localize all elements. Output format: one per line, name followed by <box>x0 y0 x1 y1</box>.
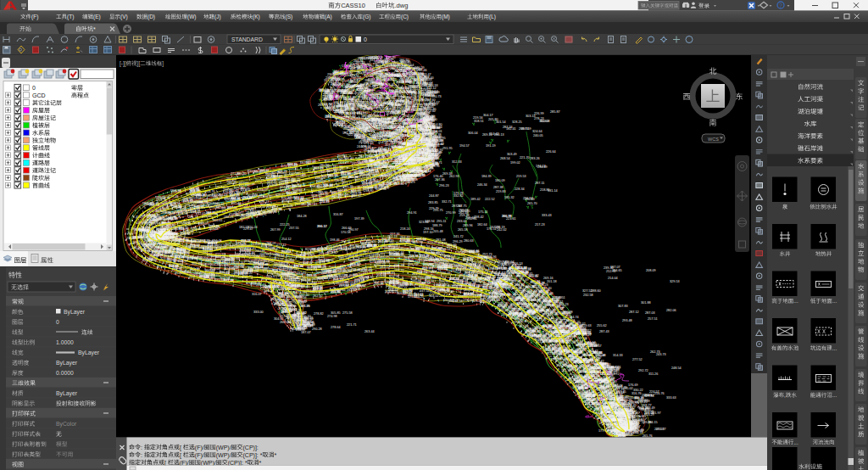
svg-text:288.72: 288.72 <box>624 433 634 436</box>
svg-text:238.62: 238.62 <box>279 180 289 183</box>
svg-text:283.85: 283.85 <box>428 201 438 204</box>
svg-text:241.72: 241.72 <box>453 235 464 238</box>
svg-text:178.71: 178.71 <box>479 265 489 268</box>
svg-text:199.68: 199.68 <box>259 253 270 256</box>
svg-text:301.88: 301.88 <box>641 301 651 305</box>
svg-text:287.43: 287.43 <box>599 330 609 333</box>
svg-text:182.49: 182.49 <box>342 274 353 277</box>
svg-text:222.52: 222.52 <box>485 198 495 201</box>
svg-text:(J): (J) <box>214 14 221 20</box>
svg-text:283.42: 283.42 <box>497 267 507 271</box>
svg-text:...: ... <box>793 439 798 445</box>
svg-text:188.79: 188.79 <box>432 224 442 227</box>
svg-text:291.30: 291.30 <box>429 257 439 260</box>
svg-text:*: * <box>93 26 96 32</box>
svg-text:294.16: 294.16 <box>341 240 351 243</box>
svg-text:326.85: 326.85 <box>291 316 301 319</box>
svg-text:198.55: 198.55 <box>358 57 368 60</box>
svg-text:274.06: 274.06 <box>362 182 372 185</box>
svg-text:305.34: 305.34 <box>220 277 230 280</box>
svg-text:281.08: 281.08 <box>436 238 446 242</box>
svg-text:314.33: 314.33 <box>613 354 623 357</box>
svg-text:243.76: 243.76 <box>622 399 632 402</box>
svg-text:*: * <box>259 460 262 466</box>
svg-text:326.33: 326.33 <box>341 265 351 268</box>
svg-text:287.12: 287.12 <box>629 311 639 314</box>
svg-text:248.54: 248.54 <box>671 366 682 370</box>
svg-text:323.84: 323.84 <box>419 221 429 224</box>
svg-text:295.11: 295.11 <box>437 220 446 223</box>
svg-text:208.50: 208.50 <box>368 56 378 59</box>
svg-text:256.35: 256.35 <box>575 384 585 388</box>
svg-text:287.38: 287.38 <box>493 186 504 189</box>
svg-text:287.44: 287.44 <box>248 267 259 271</box>
svg-text:180.73: 180.73 <box>431 95 442 98</box>
svg-text:189.42: 189.42 <box>470 198 481 201</box>
svg-text:320.62: 320.62 <box>420 88 431 92</box>
svg-text:233.37: 233.37 <box>364 169 375 172</box>
svg-text:WCS: WCS <box>708 137 719 142</box>
svg-text:323.21: 323.21 <box>333 123 343 126</box>
svg-text:187.07: 187.07 <box>301 331 311 334</box>
svg-text:(WP)/: (WP)/ <box>216 445 231 451</box>
svg-text:280.63: 280.63 <box>464 239 474 243</box>
svg-text:201.28: 201.28 <box>384 133 394 137</box>
svg-text:268.22: 268.22 <box>502 275 512 278</box>
svg-text:(L): (L) <box>489 14 496 20</box>
svg-text:281.93: 281.93 <box>278 274 288 277</box>
svg-text:194.57: 194.57 <box>459 144 470 148</box>
svg-text:175.69: 175.69 <box>365 147 376 150</box>
svg-text:225.74: 225.74 <box>408 263 418 266</box>
svg-text:225.89: 225.89 <box>158 252 168 255</box>
svg-text:250.76: 250.76 <box>413 241 423 244</box>
svg-text:304.02: 304.02 <box>429 294 439 298</box>
svg-text:265.76: 265.76 <box>643 434 653 438</box>
svg-text:308.69: 308.69 <box>542 339 553 343</box>
svg-text:206.72: 206.72 <box>127 232 137 235</box>
svg-text:228.60: 228.60 <box>181 232 191 236</box>
svg-text:GCD: GCD <box>32 92 46 98</box>
svg-text:222.09: 222.09 <box>316 266 326 269</box>
svg-text:201.06: 201.06 <box>231 197 241 200</box>
svg-text:244.87: 244.87 <box>429 194 439 198</box>
svg-text:216.74: 216.74 <box>198 247 209 250</box>
svg-text:263.44: 263.44 <box>364 330 375 333</box>
svg-text:196.38: 196.38 <box>394 264 404 267</box>
svg-text:243.82: 243.82 <box>403 283 414 286</box>
svg-text:296.51: 296.51 <box>555 296 565 299</box>
svg-text:240.12: 240.12 <box>644 394 654 397</box>
svg-text:297.98: 297.98 <box>272 208 282 211</box>
svg-text:(E): (E) <box>93 14 101 20</box>
svg-text:224.00: 224.00 <box>424 105 434 109</box>
svg-text:271.68: 271.68 <box>231 172 241 176</box>
svg-text:219.25: 219.25 <box>559 347 569 350</box>
svg-text:(M): (M) <box>442 14 450 20</box>
svg-text:279.74: 279.74 <box>502 285 512 288</box>
svg-text:196.06: 196.06 <box>441 271 451 275</box>
svg-text:298.93: 298.93 <box>178 212 188 215</box>
svg-text:214.04: 214.04 <box>608 277 618 280</box>
svg-text:170.58: 170.58 <box>341 231 351 234</box>
svg-text:182.64: 182.64 <box>477 223 487 227</box>
svg-text:224.85: 224.85 <box>389 281 399 284</box>
svg-text:308.13: 308.13 <box>527 290 537 294</box>
svg-text:233.96: 233.96 <box>605 377 615 380</box>
svg-text:233.89: 233.89 <box>576 348 587 351</box>
svg-text:187.09: 187.09 <box>577 337 587 340</box>
svg-text:323.03: 323.03 <box>357 104 367 108</box>
svg-text:307.29: 307.29 <box>374 281 384 284</box>
svg-text:172.30: 172.30 <box>585 390 595 394</box>
svg-text:216.54: 216.54 <box>409 170 420 173</box>
svg-text:226.37: 226.37 <box>302 325 312 328</box>
svg-text:305.63: 305.63 <box>171 254 181 257</box>
svg-text:303.49: 303.49 <box>507 153 517 156</box>
svg-text:215.41: 215.41 <box>291 178 301 182</box>
svg-text:257.51: 257.51 <box>648 317 658 321</box>
svg-text:...: ... <box>793 298 798 304</box>
svg-text:333.00: 333.00 <box>253 311 264 314</box>
svg-text:269.78: 269.78 <box>286 185 296 188</box>
svg-text:225.08: 225.08 <box>279 262 289 266</box>
svg-text:263.13: 263.13 <box>378 107 388 110</box>
svg-text:243.42: 243.42 <box>347 288 357 292</box>
svg-text:242.02: 242.02 <box>497 228 507 232</box>
